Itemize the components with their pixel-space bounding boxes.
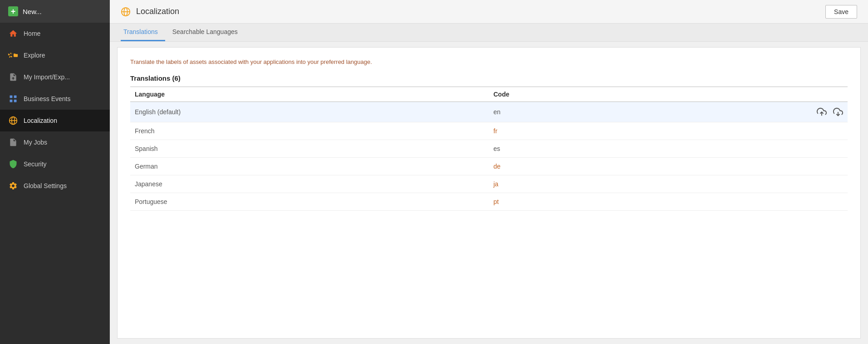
new-button[interactable]: + New...	[0, 0, 110, 23]
sidebar: + New... Home Explore My Import/Exp... B…	[0, 0, 110, 344]
globe-icon	[8, 116, 18, 126]
cell-code: en	[489, 102, 704, 122]
table-header-row: Language Code	[130, 87, 848, 102]
sidebar-item-label-global-settings: Global Settings	[24, 182, 67, 189]
column-header-language: Language	[130, 87, 489, 102]
page-header-globe-icon	[121, 7, 131, 17]
header-left: Localization	[121, 7, 179, 17]
table-row: English (default)en	[130, 102, 848, 122]
column-header-actions	[704, 87, 848, 102]
table-row: Frenchfr	[130, 122, 848, 140]
home-icon	[8, 29, 18, 39]
sidebar-item-global-settings[interactable]: Global Settings	[0, 175, 110, 197]
business-events-icon	[8, 94, 18, 104]
new-button-label: New...	[23, 8, 42, 15]
cell-language: French	[130, 122, 489, 140]
cell-actions	[704, 122, 848, 140]
cell-language: Spanish	[130, 140, 489, 158]
table-row: Portuguesept	[130, 193, 848, 211]
svg-rect-0	[10, 96, 13, 98]
sidebar-item-import-export[interactable]: My Import/Exp...	[0, 66, 110, 88]
save-button[interactable]: Save	[825, 5, 857, 19]
svg-rect-2	[10, 100, 13, 102]
cell-code[interactable]: ja	[489, 175, 704, 193]
page-title: Localization	[136, 7, 179, 16]
tab-searchable-languages-label: Searchable Languages	[172, 28, 238, 35]
sidebar-item-label-my-jobs: My Jobs	[24, 139, 47, 146]
settings-icon	[8, 181, 18, 191]
sidebar-item-security[interactable]: Security	[0, 153, 110, 175]
table-row: Japaneseja	[130, 175, 848, 193]
download-icon[interactable]	[833, 107, 843, 117]
table-row: Germande	[130, 158, 848, 175]
cell-code: es	[489, 140, 704, 158]
new-icon: +	[8, 6, 18, 16]
upload-icon[interactable]	[817, 107, 827, 117]
sidebar-item-explore[interactable]: Explore	[0, 44, 110, 66]
translations-table: Language Code English (default)enFrenchf…	[130, 87, 848, 211]
cell-actions	[704, 175, 848, 193]
table-body: English (default)enFrenchfrSpanishesGerm…	[130, 102, 848, 211]
sidebar-item-label-localization: Localization	[24, 117, 57, 124]
cell-actions	[704, 193, 848, 211]
table-row: Spanishes	[130, 140, 848, 158]
sidebar-item-my-jobs[interactable]: My Jobs	[0, 131, 110, 153]
section-title: Translations (6)	[130, 74, 848, 82]
cell-language: Portuguese	[130, 193, 489, 211]
sidebar-item-label-business-events: Business Events	[24, 95, 71, 102]
tabs-bar: Translations Searchable Languages	[110, 24, 868, 42]
sidebar-item-business-events[interactable]: Business Events	[0, 88, 110, 110]
tab-searchable-languages[interactable]: Searchable Languages	[170, 24, 245, 41]
cell-language: English (default)	[130, 102, 489, 122]
content-area: Translate the labels of assets associate…	[117, 47, 861, 339]
cell-language: German	[130, 158, 489, 175]
cell-actions	[704, 158, 848, 175]
import-export-icon	[8, 72, 18, 82]
svg-rect-3	[14, 100, 17, 102]
sidebar-item-label-import-export: My Import/Exp...	[24, 73, 70, 81]
sidebar-item-label-explore: Explore	[24, 52, 45, 59]
tab-translations-label: Translations	[123, 28, 158, 35]
cell-language: Japanese	[130, 175, 489, 193]
main-content: Localization Save Translations Searchabl…	[110, 0, 868, 344]
cell-code[interactable]: fr	[489, 122, 704, 140]
jobs-icon	[8, 137, 18, 147]
sidebar-item-label-security: Security	[24, 160, 47, 168]
sidebar-item-home[interactable]: Home	[0, 23, 110, 44]
security-icon	[8, 159, 18, 169]
svg-rect-1	[14, 96, 17, 98]
cell-code[interactable]: de	[489, 158, 704, 175]
page-header: Localization Save	[110, 0, 868, 24]
column-header-code: Code	[489, 87, 704, 102]
description-text: Translate the labels of assets associate…	[130, 58, 848, 65]
cell-actions	[704, 102, 848, 122]
sidebar-item-localization[interactable]: Localization	[0, 110, 110, 131]
sidebar-item-label-home: Home	[24, 30, 40, 37]
tab-translations[interactable]: Translations	[121, 24, 165, 41]
cell-actions	[704, 140, 848, 158]
cell-code[interactable]: pt	[489, 193, 704, 211]
explore-icon	[8, 50, 18, 60]
